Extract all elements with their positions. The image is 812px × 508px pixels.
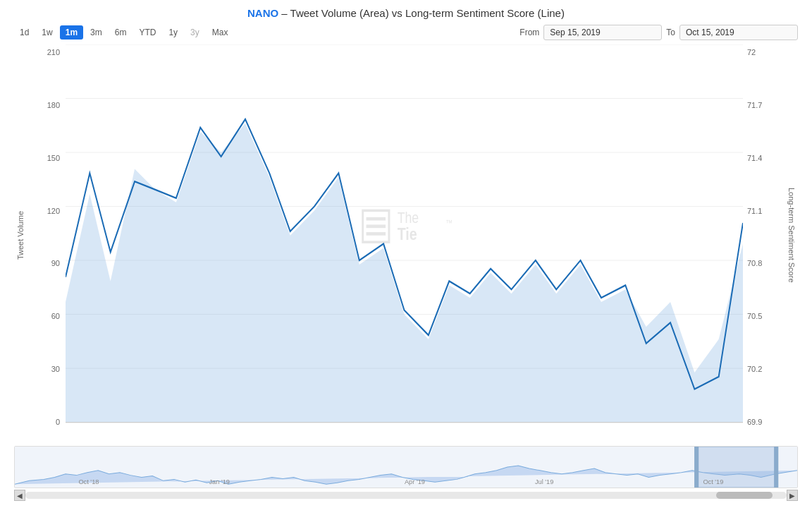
period-btn-6m[interactable]: 6m (109, 25, 133, 40)
y-axis-left-value: 180 (47, 101, 60, 109)
svg-rect-14 (367, 232, 386, 236)
svg-rect-13 (367, 224, 386, 228)
period-btn-1d[interactable]: 1d (14, 25, 35, 40)
y-axis-right-value: 69.9 (747, 418, 762, 426)
period-btn-ytd[interactable]: YTD (133, 25, 161, 40)
main-chart-area: Tweet Volume 2101801501209060300 (14, 44, 798, 443)
svg-rect-12 (367, 217, 386, 221)
navigator[interactable]: Oct '18 Jan '19 Apr '19 Jul '19 Oct '19 (14, 446, 798, 488)
y-axis-left-value: 60 (51, 312, 60, 320)
svg-text:Oct '19: Oct '19 (703, 478, 723, 485)
scroll-right-button[interactable]: ▶ (787, 490, 798, 501)
svg-text:Oct '18: Oct '18 (78, 478, 99, 485)
y-axis-right-value: 70.5 (747, 312, 762, 320)
y-axis-left-value: 150 (47, 154, 60, 162)
to-date-input[interactable] (679, 25, 798, 40)
period-btn-3m[interactable]: 3m (85, 25, 108, 40)
svg-text:Jan '19: Jan '19 (209, 478, 230, 485)
chart-subtitle: – Tweet Volume (Area) vs Long-term Senti… (278, 7, 565, 19)
y-axis-right-value: 70.8 (747, 259, 762, 267)
y-axis-right-value: 71.1 (747, 207, 762, 215)
y-axis-left-value: 210 (47, 48, 60, 56)
y-axis-left-value: 0 (56, 418, 60, 426)
scroll-left-button[interactable]: ◀ (14, 490, 25, 501)
svg-text:Tie: Tie (398, 224, 417, 243)
ticker-label: NANO (247, 7, 278, 19)
y-axis-right-value: 70.2 (747, 365, 762, 373)
from-date-input[interactable] (543, 25, 662, 40)
period-btn-3y[interactable]: 3y (185, 25, 205, 40)
to-label: To (666, 28, 675, 37)
scrollbar-thumb[interactable] (716, 492, 773, 499)
y-axis-right: 7271.771.471.170.870.570.269.9 (743, 44, 785, 443)
chart-title: NANO – Tweet Volume (Area) vs Long-term … (14, 7, 798, 19)
y-axis-left-value: 30 (51, 365, 60, 373)
chart-svg[interactable]: The Tie ™ 16. Sep18. Sep20. Sep22. Sep24… (66, 44, 743, 443)
y-axis-right-value: 72 (747, 48, 756, 56)
date-range: From To (519, 25, 798, 40)
from-label: From (519, 28, 539, 37)
y-axis-left-label: Tweet Volume (16, 211, 25, 260)
scrollbar-row: ◀ ▶ (14, 490, 798, 501)
svg-rect-21 (774, 447, 778, 488)
svg-rect-20 (694, 447, 699, 488)
svg-text:Apr '19: Apr '19 (405, 478, 425, 485)
y-axis-left-value: 90 (51, 259, 60, 267)
y-axis-right-value: 71.7 (747, 101, 762, 109)
y-axis-right-value: 71.4 (747, 154, 762, 162)
period-btn-1w[interactable]: 1w (36, 25, 58, 40)
period-btn-1y[interactable]: 1y (163, 25, 183, 40)
svg-text:™: ™ (445, 218, 453, 227)
controls-row: 1d1w1m3m6mYTD1y3yMax From To (14, 25, 798, 40)
y-axis-left-value: 120 (47, 207, 60, 215)
svg-text:Jul '19: Jul '19 (535, 478, 553, 485)
y-axis-left: 2101801501209060300 (27, 44, 66, 443)
svg-marker-9 (66, 123, 743, 423)
period-btn-max[interactable]: Max (207, 25, 234, 40)
period-buttons: 1d1w1m3m6mYTD1y3yMax (14, 25, 233, 40)
chart-container: NANO – Tweet Volume (Area) vs Long-term … (0, 0, 812, 508)
svg-text:The: The (398, 210, 419, 226)
period-btn-1m[interactable]: 1m (60, 25, 83, 40)
scrollbar-track[interactable] (25, 492, 787, 499)
y-axis-right-label: Long-term Sentiment Score (787, 188, 796, 283)
